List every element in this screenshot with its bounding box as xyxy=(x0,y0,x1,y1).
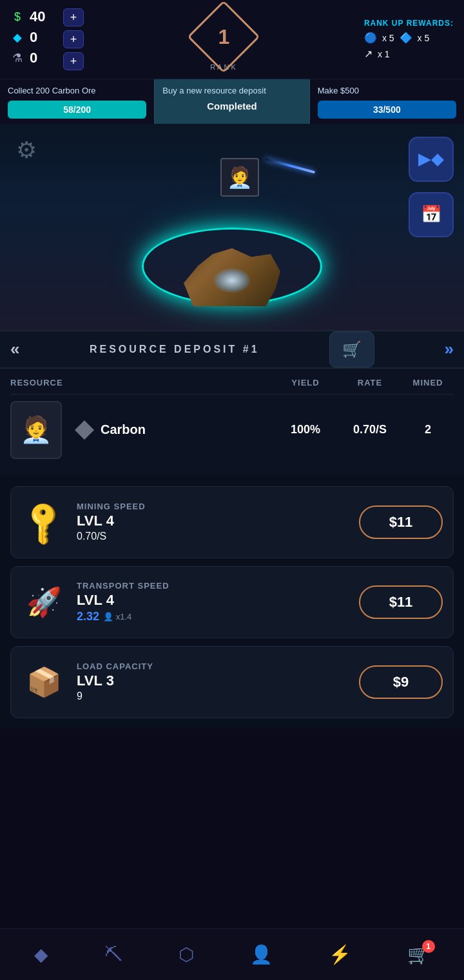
dollar-icon: $ xyxy=(10,10,24,24)
quest-buy-deposit[interactable]: Buy a new resource deposit Completed xyxy=(154,79,309,124)
dollar-value: 40 xyxy=(30,8,55,25)
transport-speed-icon-wrap: 🚀 xyxy=(21,580,66,625)
flask-value: 0 xyxy=(30,50,55,66)
settings-icon: ⚙ xyxy=(16,137,37,164)
gem-value: 0 xyxy=(30,29,55,46)
deposit-bar: « RESOURCE DEPOSIT #1 🛒 » xyxy=(0,330,464,369)
transport-speed-card: 🚀 TRANSPORT SPEED LVL 4 2.32 👤 x1.4 $11 xyxy=(10,566,454,638)
reward-row-1: 🔵 x 5 🔷 x 5 xyxy=(364,32,454,44)
laser-beam xyxy=(265,158,315,174)
calendar-button[interactable]: 📅 xyxy=(409,192,454,237)
nav-network[interactable]: ⬡ xyxy=(179,944,194,965)
mining-speed-icon-wrap: 🔑 xyxy=(21,500,66,545)
laser-arm xyxy=(264,164,316,184)
character-face: 🧑‍💼 xyxy=(227,165,253,190)
nav-diamond-icon: ◆ xyxy=(34,944,48,965)
mining-speed-level: LVL 4 xyxy=(77,513,349,529)
character-portrait: 🧑‍💼 xyxy=(220,158,259,197)
nav-person-icon: 👤 xyxy=(250,944,273,965)
add-gem-button[interactable]: + xyxy=(63,30,84,48)
transport-subvalue: 2.32 👤 x1.4 xyxy=(77,610,349,623)
load-capacity-card: 📦 LOAD CAPACITY LVL 3 9 $9 xyxy=(10,646,454,718)
top-bar: $ 40 ◆ 0 ⚗ 0 + + + 1 RANK RANK UP REWARD… xyxy=(0,0,464,79)
nav-pickaxe[interactable]: ⛏ xyxy=(104,944,122,965)
th-resource: RESOURCE xyxy=(10,378,75,387)
nav-right-button[interactable]: » xyxy=(445,339,454,359)
add-flask-button[interactable]: + xyxy=(63,52,84,70)
reward-count-2: x 5 xyxy=(418,33,430,43)
yield-value: 100% xyxy=(273,423,338,436)
load-capacity-level: LVL 3 xyxy=(77,672,349,689)
load-capacity-icon-wrap: 📦 xyxy=(21,660,66,705)
mining-scene: 🧑‍💼 xyxy=(129,152,335,319)
worker-face: 🧑‍💼 xyxy=(20,415,52,445)
rank-section: 1 RANK xyxy=(195,8,253,71)
quest-bar: Collect 200 Carbon Ore 58/200 Buy a new … xyxy=(0,79,464,124)
settings-button[interactable]: ⚙ xyxy=(10,134,43,166)
speed-button[interactable]: ▶◆ xyxy=(409,137,454,182)
transport-speed-upgrade-button[interactable]: $11 xyxy=(359,585,443,619)
nav-person[interactable]: 👤 xyxy=(250,944,273,965)
reward-icon-3: ↗ xyxy=(364,48,372,60)
quest-collect-carbon[interactable]: Collect 200 Carbon Ore 58/200 xyxy=(0,79,154,124)
quest-collect-progress: 58/200 xyxy=(8,101,146,119)
nav-pickaxe-icon: ⛏ xyxy=(104,944,122,965)
mineral-icon xyxy=(75,420,94,440)
gem-row: ◆ 0 xyxy=(10,29,55,46)
nav-cart-badge: 1 xyxy=(422,940,435,953)
mining-speed-label: MINING SPEED xyxy=(77,502,349,511)
resource-name: Carbon xyxy=(101,422,146,437)
add-dollar-button[interactable]: + xyxy=(63,8,84,26)
crack-glow xyxy=(213,268,251,293)
transport-speed-icon: 🚀 xyxy=(26,585,62,619)
upgrades-section: 🔑 MINING SPEED LVL 4 0.70/S $11 🚀 TRANSP… xyxy=(0,476,464,729)
quest-buy-title: Buy a new resource deposit xyxy=(162,86,301,97)
gem-icon: ◆ xyxy=(10,30,24,44)
cart-icon: 🛒 xyxy=(342,340,362,358)
rank-diamond: 1 xyxy=(195,8,253,66)
mining-speed-card: 🔑 MINING SPEED LVL 4 0.70/S $11 xyxy=(10,486,454,558)
th-mined: MINED xyxy=(402,378,454,387)
load-capacity-upgrade-button[interactable]: $9 xyxy=(359,665,443,699)
resource-table: RESOURCE YIELD RATE MINED 🧑‍💼 Carbon 100… xyxy=(0,369,464,476)
nav-lightning-icon: ⚡ xyxy=(329,944,351,965)
flask-row: ⚗ 0 xyxy=(10,50,55,66)
rock-pile xyxy=(184,242,280,306)
quest-money-title: Make $500 xyxy=(318,86,456,97)
nav-diamond[interactable]: ◆ xyxy=(34,944,48,965)
nav-network-icon: ⬡ xyxy=(179,944,194,965)
transport-speed-num: 2.32 xyxy=(77,610,99,623)
transport-speed-info: TRANSPORT SPEED LVL 4 2.32 👤 x1.4 xyxy=(77,581,349,623)
bottom-nav: ◆ ⛏ ⬡ 👤 ⚡ 🛒 1 xyxy=(0,928,464,980)
th-yield: YIELD xyxy=(273,378,338,387)
mining-speed-info: MINING SPEED LVL 4 0.70/S xyxy=(77,502,349,542)
mined-value: 2 xyxy=(402,423,454,436)
mining-speed-upgrade-button[interactable]: $11 xyxy=(359,505,443,539)
rank-rewards: RANK UP REWARDS: 🔵 x 5 🔷 x 5 ↗ x 1 xyxy=(364,19,454,60)
th-spacer xyxy=(75,378,273,387)
calendar-icon: 📅 xyxy=(421,204,441,224)
transport-multiplier: 👤 x1.4 xyxy=(103,612,131,622)
nav-cart[interactable]: 🛒 1 xyxy=(407,944,430,965)
load-capacity-icon: 📦 xyxy=(26,665,62,699)
transport-speed-label: TRANSPORT SPEED xyxy=(77,581,349,591)
load-capacity-label: LOAD CAPACITY xyxy=(77,662,349,671)
nav-left-button[interactable]: « xyxy=(10,339,19,359)
resource-cell: Carbon xyxy=(75,420,273,440)
deposit-title: RESOURCE DEPOSIT #1 xyxy=(90,344,260,355)
reward-count-3: x 1 xyxy=(378,49,390,59)
reward-icon-2: 🔷 xyxy=(400,32,412,44)
nav-lightning[interactable]: ⚡ xyxy=(329,944,351,965)
game-area: ⚙ 🧑‍💼 ▶◆ 📅 xyxy=(0,124,464,330)
load-capacity-value: 9 xyxy=(77,691,349,702)
reward-row-2: ↗ x 1 xyxy=(364,48,454,60)
rank-number: 1 xyxy=(218,25,230,49)
deposit-cart-button[interactable]: 🛒 xyxy=(329,331,374,368)
transport-speed-level: LVL 4 xyxy=(77,592,349,609)
worker-avatar: 🧑‍💼 xyxy=(10,401,62,459)
plus-buttons: + + + xyxy=(63,8,84,70)
quest-make-money[interactable]: Make $500 33/500 xyxy=(310,79,464,124)
speed-icon: ▶◆ xyxy=(418,149,444,169)
reward-count-1: x 5 xyxy=(382,33,394,43)
person-icon: 👤 xyxy=(103,612,113,622)
